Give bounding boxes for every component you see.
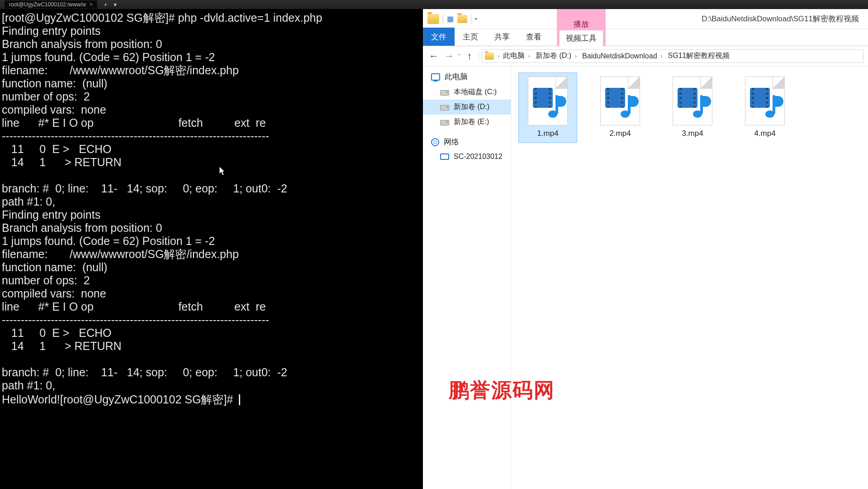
explorer-sidebar: 此电脑 本地磁盘 (C:) 新加卷 (D:) 新加卷 (E:) 网络 bbox=[423, 66, 511, 489]
sidebar-item-label: 本地磁盘 (C:) bbox=[454, 87, 497, 97]
nav-history-dropdown-icon[interactable]: ˅ bbox=[458, 53, 460, 58]
context-tab-label[interactable]: 播放 bbox=[574, 19, 589, 29]
drive-icon bbox=[440, 90, 449, 96]
separator bbox=[479, 51, 479, 62]
sidebar-item-label: 网络 bbox=[444, 137, 459, 147]
sidebar-item-label: SC-202103012 bbox=[454, 153, 503, 161]
monitor-icon bbox=[440, 153, 449, 160]
folder-icon[interactable] bbox=[457, 15, 467, 23]
folder-icon bbox=[485, 53, 494, 60]
chevron-right-icon[interactable]: › bbox=[661, 53, 663, 59]
video-file-icon bbox=[745, 77, 785, 125]
sidebar-item-this-pc[interactable]: 此电脑 bbox=[423, 69, 511, 85]
file-name-label: 2.mp4 bbox=[609, 129, 631, 138]
breadcrumb-item: 此电脑› bbox=[501, 51, 532, 61]
tab-view[interactable]: 查看 bbox=[518, 28, 550, 46]
sidebar-item-drive-e[interactable]: 新加卷 (E:) bbox=[423, 115, 511, 129]
separator bbox=[471, 14, 471, 24]
drive-icon bbox=[440, 120, 449, 125]
explorer-titlebar[interactable]: ▦ ▾ 播放 视频工具 D:\BaiduNetdiskDownload\SG11… bbox=[423, 9, 868, 29]
nav-up-button[interactable]: ↑ bbox=[463, 50, 476, 62]
file-name-label: 4.mp4 bbox=[754, 129, 775, 138]
sidebar-item-label: 此电脑 bbox=[445, 72, 468, 82]
sidebar-item-network[interactable]: 网络 bbox=[423, 134, 511, 150]
separator bbox=[443, 14, 443, 24]
qat-dropdown-icon[interactable]: ▾ bbox=[475, 16, 477, 21]
terminal-tab-label: root@UgyZwC1000102:/www/w bbox=[9, 0, 86, 9]
breadcrumb-item: SG11解密教程视频 bbox=[666, 51, 732, 61]
file-item[interactable]: 3.mp4 bbox=[663, 72, 722, 143]
ribbon-tabs: 文件 主页 共享 查看 bbox=[423, 29, 868, 46]
window-title-path: D:\BaiduNetdiskDownload\SG11解密教程视频 bbox=[702, 14, 863, 24]
file-grid[interactable]: 1.mp42.mp43.mp44.mp4 bbox=[511, 66, 868, 489]
sidebar-item-label: 新加卷 (D:) bbox=[454, 102, 489, 112]
tab-file[interactable]: 文件 bbox=[423, 28, 455, 46]
watermark-text: 鹏誉源码网 bbox=[449, 377, 555, 404]
folder-icon[interactable] bbox=[427, 14, 439, 24]
file-item[interactable]: 1.mp4 bbox=[518, 72, 577, 143]
file-item[interactable]: 4.mp4 bbox=[735, 72, 794, 143]
sidebar-item-host[interactable]: SC-202103012 bbox=[423, 150, 511, 163]
tab-share[interactable]: 共享 bbox=[486, 28, 518, 46]
explorer-navbar: ← → ˅ ↑ › 此电脑› 新加卷 (D:)› BaiduNetdiskDow… bbox=[423, 46, 868, 66]
chevron-right-icon[interactable]: › bbox=[575, 53, 577, 59]
file-name-label: 1.mp4 bbox=[537, 129, 558, 138]
nav-forward-button[interactable]: → bbox=[443, 50, 455, 62]
drive-icon bbox=[440, 105, 449, 110]
terminal-output: [root@UgyZwC1000102 SG解密]# php -dvld.act… bbox=[2, 11, 322, 406]
quick-access-toolbar: ▦ ▾ bbox=[427, 14, 477, 24]
file-item[interactable]: 2.mp4 bbox=[591, 72, 650, 143]
video-file-icon bbox=[600, 77, 640, 125]
context-subtab[interactable]: 视频工具 bbox=[560, 30, 603, 46]
properties-icon[interactable]: ▦ bbox=[447, 14, 454, 23]
video-file-icon bbox=[528, 77, 568, 125]
chevron-right-icon[interactable]: › bbox=[528, 53, 530, 59]
sidebar-item-drive-c[interactable]: 本地磁盘 (C:) bbox=[423, 85, 511, 100]
sidebar-item-drive-d[interactable]: 新加卷 (D:) bbox=[423, 100, 511, 115]
terminal-pane[interactable]: [root@UgyZwC1000102 SG解密]# php -dvld.act… bbox=[0, 9, 423, 489]
terminal-tabbar: root@UgyZwC1000102:/www/w × + ▾ bbox=[0, 0, 868, 9]
tab-home[interactable]: 主页 bbox=[455, 28, 486, 46]
breadcrumb-item: 新加卷 (D:)› bbox=[534, 51, 579, 61]
terminal-cursor bbox=[239, 394, 240, 405]
close-icon[interactable]: × bbox=[90, 0, 93, 9]
file-name-label: 3.mp4 bbox=[682, 129, 703, 138]
file-explorer-window: ▦ ▾ 播放 视频工具 D:\BaiduNetdiskDownload\SG11… bbox=[423, 9, 868, 489]
nav-back-button[interactable]: ← bbox=[427, 50, 440, 62]
breadcrumb-item: BaiduNetdiskDownload› bbox=[580, 52, 664, 60]
tab-dropdown-icon[interactable]: ▾ bbox=[114, 1, 117, 8]
terminal-tab[interactable]: root@UgyZwC1000102:/www/w × bbox=[5, 0, 97, 9]
sidebar-item-label: 新加卷 (E:) bbox=[454, 117, 489, 127]
network-icon bbox=[431, 138, 439, 146]
cursor-pointer-icon bbox=[219, 166, 225, 176]
video-file-icon bbox=[673, 77, 712, 125]
breadcrumb[interactable]: › 此电脑› 新加卷 (D:)› BaiduNetdiskDownload› S… bbox=[482, 49, 863, 63]
chevron-right-icon[interactable]: › bbox=[498, 53, 499, 59]
pc-icon bbox=[431, 73, 440, 81]
new-tab-button[interactable]: + bbox=[104, 1, 107, 8]
contextual-tab-group: 播放 视频工具 bbox=[557, 9, 606, 46]
